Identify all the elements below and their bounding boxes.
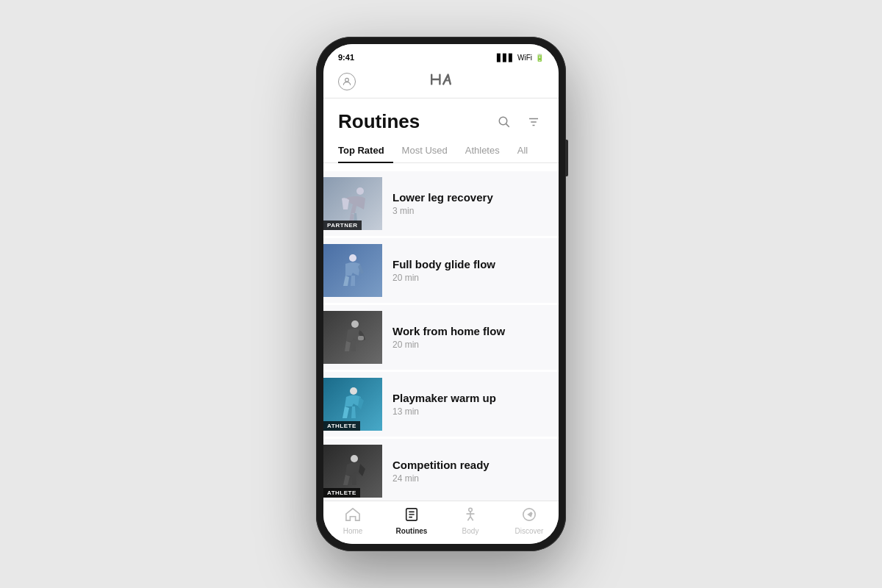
routine-info: Full body glide flow 20 min bbox=[392, 258, 544, 283]
status-indicators: ▋▋▋ WiFi 🔋 bbox=[497, 54, 544, 62]
routine-thumbnail: ATHLETE bbox=[323, 378, 382, 431]
tab-athletes[interactable]: Athletes bbox=[456, 139, 509, 163]
routine-tag: ATHLETE bbox=[323, 488, 360, 498]
routine-name: Lower leg recovery bbox=[392, 191, 544, 204]
nav-label-routines: Routines bbox=[396, 527, 428, 535]
battery-icon: 🔋 bbox=[535, 54, 544, 62]
nav-item-home[interactable]: Home bbox=[331, 507, 375, 535]
status-bar: 9:41 ▋▋▋ WiFi 🔋 bbox=[323, 44, 559, 68]
routine-name: Playmaker warm up bbox=[392, 392, 544, 404]
routine-name: Competition ready bbox=[392, 459, 544, 471]
top-navigation bbox=[323, 68, 559, 98]
routine-info: Playmaker warm up 13 min bbox=[392, 392, 544, 417]
svg-rect-10 bbox=[358, 336, 364, 340]
search-button[interactable] bbox=[494, 112, 514, 132]
routine-duration: 3 min bbox=[392, 206, 544, 216]
svg-line-21 bbox=[467, 517, 470, 520]
list-item[interactable]: ATHLETE Competition ready 24 min bbox=[323, 439, 559, 501]
svg-point-11 bbox=[350, 387, 357, 395]
side-button bbox=[565, 140, 568, 176]
bottom-navigation: Home Routines bbox=[323, 501, 559, 544]
nav-item-discover[interactable]: Discover bbox=[507, 507, 551, 535]
routine-thumbnail bbox=[323, 244, 382, 297]
nav-item-routines[interactable]: Routines bbox=[390, 507, 434, 535]
svg-point-2 bbox=[499, 117, 507, 125]
svg-point-8 bbox=[349, 254, 356, 262]
routine-tag: ATHLETE bbox=[323, 421, 360, 431]
page-title: Routines bbox=[338, 110, 420, 133]
filter-button[interactable] bbox=[523, 112, 544, 132]
phone-screen: 9:41 ▋▋▋ WiFi 🔋 bbox=[323, 44, 559, 544]
svg-point-18 bbox=[469, 508, 473, 512]
svg-point-9 bbox=[351, 320, 359, 328]
routine-name: Full body glide flow bbox=[392, 258, 544, 270]
page-header: Routines bbox=[323, 98, 559, 139]
routine-thumbnail: PARTNER bbox=[323, 177, 382, 230]
routine-thumbnail bbox=[323, 311, 382, 364]
svg-line-22 bbox=[470, 517, 473, 520]
nav-item-body[interactable]: Body bbox=[448, 507, 492, 535]
routine-duration: 20 min bbox=[392, 273, 544, 283]
routine-tag: PARTNER bbox=[323, 220, 362, 230]
list-item[interactable]: Work from home flow 20 min bbox=[323, 305, 559, 370]
routine-info: Work from home flow 20 min bbox=[392, 325, 544, 350]
profile-icon[interactable] bbox=[338, 73, 356, 90]
header-actions bbox=[494, 112, 544, 132]
svg-point-0 bbox=[345, 78, 349, 82]
content-area: Routines bbox=[323, 98, 559, 501]
body-icon bbox=[462, 507, 478, 526]
status-time: 9:41 bbox=[338, 53, 354, 62]
svg-line-3 bbox=[506, 123, 509, 126]
routine-list: PARTNER Lower leg recovery 3 min bbox=[323, 166, 559, 501]
svg-point-7 bbox=[356, 187, 364, 195]
signal-icon: ▋▋▋ bbox=[497, 54, 514, 62]
routine-name: Work from home flow bbox=[392, 325, 544, 337]
svg-marker-24 bbox=[527, 512, 532, 517]
svg-point-12 bbox=[351, 455, 358, 462]
tab-most-used[interactable]: Most Used bbox=[393, 139, 456, 163]
routine-duration: 20 min bbox=[392, 340, 544, 350]
nav-label-discover: Discover bbox=[515, 527, 544, 535]
list-item[interactable]: PARTNER Lower leg recovery 3 min bbox=[323, 171, 559, 236]
routine-duration: 24 min bbox=[392, 473, 544, 484]
list-item[interactable]: Full body glide flow 20 min bbox=[323, 238, 559, 303]
nav-label-home: Home bbox=[343, 527, 363, 535]
tab-all[interactable]: All bbox=[509, 139, 537, 163]
nav-label-body: Body bbox=[462, 527, 479, 535]
list-item[interactable]: ATHLETE Playmaker warm up 13 min bbox=[323, 372, 559, 437]
routine-duration: 13 min bbox=[392, 406, 544, 417]
tab-bar: Top Rated Most Used Athletes All bbox=[323, 139, 559, 163]
discover-icon bbox=[521, 507, 537, 526]
tab-top-rated[interactable]: Top Rated bbox=[338, 139, 393, 163]
app-logo bbox=[429, 72, 453, 90]
wifi-icon: WiFi bbox=[517, 54, 532, 62]
routine-thumbnail: ATHLETE bbox=[323, 445, 382, 498]
routine-info: Lower leg recovery 3 min bbox=[392, 191, 544, 216]
home-icon bbox=[345, 507, 361, 526]
phone-frame: 9:41 ▋▋▋ WiFi 🔋 bbox=[316, 37, 566, 551]
routines-icon bbox=[404, 507, 420, 526]
routine-info: Competition ready 24 min bbox=[392, 459, 544, 484]
